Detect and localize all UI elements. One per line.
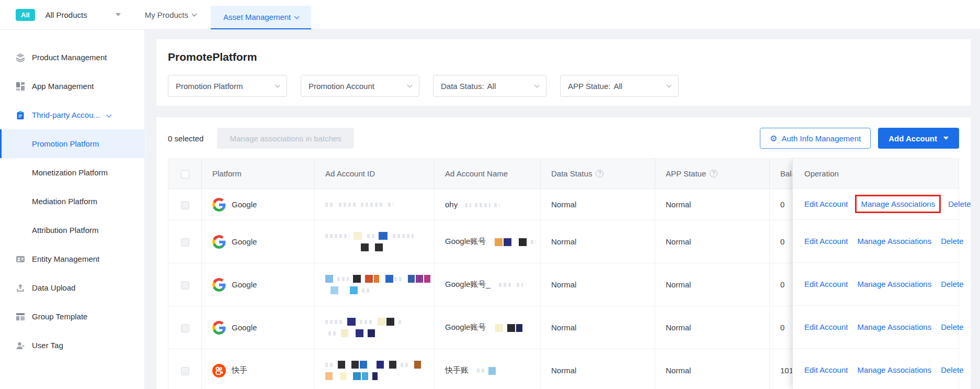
google-icon [212,198,226,212]
user-icon [16,341,25,350]
delete-link[interactable]: Delete [941,365,963,374]
accounts-table: Platform Ad Account ID Ad Account Name D… [168,158,959,389]
top-navbar: All All Products My Products Asset Manag… [0,0,980,30]
manage-associations-link[interactable]: Manage Associations [857,323,931,331]
data-status-select[interactable]: Data Status: All [433,75,546,97]
operation-cell: Edit Account Manage Associations Delete [793,349,959,389]
app-grid-icon [16,82,25,91]
sidebar-item-third-party-accounts[interactable]: Thrid-party Accou... [0,101,144,129]
column-operation: Operation [793,158,959,188]
manage-associations-link[interactable]: Manage Associations [857,237,931,246]
all-products-caret-icon[interactable] [116,13,121,16]
operation-cell: Edit Account Manage Associations Delete [793,220,959,263]
row-checkbox[interactable] [181,238,189,247]
column-ad-account-name: Ad Account Name [435,159,541,189]
app-status-select[interactable]: APP Statue: All [560,75,679,97]
edit-account-link[interactable]: Edit Account [804,323,848,331]
redacted-account-id [325,274,434,295]
redacted-account-id [325,231,434,252]
chevron-down-icon [294,14,300,19]
data-status-value: Normal [541,263,655,306]
manage-associations-link[interactable]: Manage Associations [861,199,935,208]
layers-icon [16,53,25,62]
column-ad-account-id: Ad Account ID [315,159,435,189]
batch-manage-button[interactable]: Manage associations in batches [217,128,354,149]
google-icon [212,321,226,335]
edit-account-link[interactable]: Edit Account [804,237,848,246]
app-status-value: Normal [655,263,770,306]
sidebar-item-app-management[interactable]: App Management [0,72,144,101]
redacted-name-suffix [492,324,523,332]
ad-account-name: Google账号_ [435,263,541,306]
row-checkbox[interactable] [181,324,189,332]
promotion-account-select[interactable]: Promotion Account [301,75,419,97]
tab-asset-management[interactable]: Asset Management [211,6,311,29]
caret-down-icon [943,137,949,140]
redacted-name-suffix [496,283,524,287]
google-icon [212,278,226,292]
all-badge: All [16,9,35,21]
add-account-button[interactable]: Add Account [878,128,959,149]
sidebar-item-entity-management[interactable]: Entity Management [0,244,144,273]
tab-my-products[interactable]: My Products [145,10,196,19]
app-status-value: Normal [655,189,770,220]
edit-account-link[interactable]: Edit Account [804,365,848,374]
sidebar-item-mediation-platform[interactable]: Mediation Platform [0,187,144,216]
data-status-value: Normal [541,220,655,263]
id-card-icon [16,254,25,264]
row-checkbox[interactable] [181,201,189,209]
redacted-account-id [325,360,434,381]
ad-account-name: Google账号 [435,220,541,263]
chevron-down-icon [667,83,672,88]
auth-info-button[interactable]: ⚙ Auth Info Management [760,128,871,149]
sidebar-item-data-upload[interactable]: Data Upload [0,273,144,302]
redacted-name-suffix [492,238,537,246]
gear-icon: ⚙ [770,134,777,143]
redacted-account-id [325,317,434,338]
row-checkbox[interactable] [181,367,189,375]
table-toolbar: 0 selected Manage associations in batche… [168,128,959,149]
google-icon [212,235,226,249]
redacted-name-suffix [474,367,497,375]
chevron-down-icon [407,83,413,88]
sidebar-item-monetization-platform[interactable]: Monetization Platform [0,158,144,187]
sidebar-item-promotion-platform[interactable]: Promotion Platform [0,129,144,158]
manage-associations-link[interactable]: Manage Associations [857,280,931,288]
help-icon[interactable]: ? [710,170,717,177]
data-status-value: Normal [541,349,655,389]
page-title: PromotePlatform [168,51,959,63]
promotion-platform-select[interactable]: Promotion Platform [168,75,287,97]
app-status-value: Normal [655,349,770,389]
kuaishou-icon [212,364,226,377]
operation-cell: Edit Account Manage Associations Delete [793,263,959,306]
manage-associations-link[interactable]: Manage Associations [857,365,931,374]
select-all-checkbox[interactable] [181,170,189,179]
sidebar-item-user-tag[interactable]: User Tag [0,331,144,360]
layout-icon [16,312,25,321]
ad-account-name: Google账号 [435,306,541,349]
chevron-down-icon [192,12,197,17]
delete-link[interactable]: Delete [941,237,963,246]
app-status-value: Normal [655,306,770,349]
delete-link[interactable]: Delete [941,280,963,288]
sidebar-item-attribution-platform[interactable]: Attribution Platform [0,216,144,244]
column-platform: Platform [202,159,315,189]
chevron-down-icon [107,113,112,118]
ad-account-name: ohy [435,189,541,220]
upload-icon [16,283,25,293]
red-highlight-box: Manage Associations [855,195,941,213]
filter-card: PromotePlatform Promotion Platform Promo… [156,39,971,106]
all-products-selector[interactable]: All Products [45,10,87,19]
help-icon[interactable]: ? [596,170,603,177]
sidebar-item-group-template[interactable]: Group Template [0,302,144,331]
delete-link[interactable]: Delete [948,199,971,208]
edit-account-link[interactable]: Edit Account [804,280,848,288]
sidebar-item-product-management[interactable]: Product Management [0,43,144,72]
row-checkbox[interactable] [181,281,189,290]
chevron-down-icon [275,83,280,88]
edit-account-link[interactable]: Edit Account [804,199,848,208]
chevron-down-icon [534,83,540,88]
data-status-value: Normal [541,306,655,349]
data-status-value: Normal [541,189,655,220]
delete-link[interactable]: Delete [941,323,963,331]
